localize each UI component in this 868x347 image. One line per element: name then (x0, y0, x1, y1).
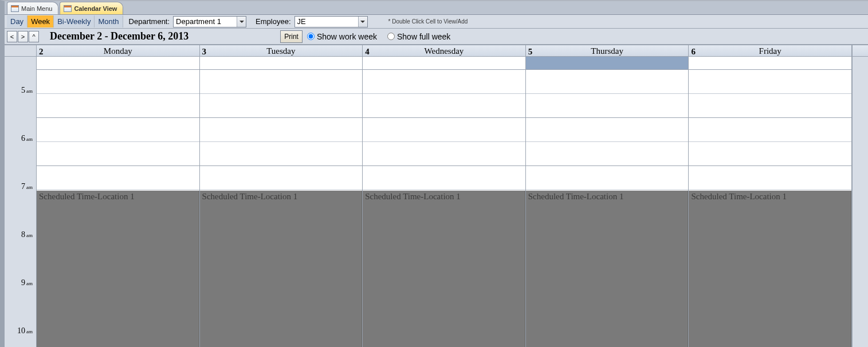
day-header-monday[interactable]: 2Monday (37, 45, 200, 57)
chevron-down-icon[interactable] (237, 17, 246, 27)
print-button[interactable]: Print (280, 30, 303, 43)
time-slot[interactable] (363, 142, 525, 166)
calendar-event[interactable]: Scheduled Time-Location 1 (363, 191, 525, 347)
tab-main-menu[interactable]: Main Menu (7, 2, 58, 14)
radio-full-week[interactable]: Show full week (387, 32, 450, 41)
tab-calendar-view[interactable]: Calendar View (60, 2, 123, 14)
nav-row: < > ^ December 2 - December 6, 2013 Prin… (5, 29, 868, 45)
time-slot[interactable] (200, 118, 363, 142)
time-slot[interactable] (526, 118, 689, 142)
time-slot[interactable] (363, 70, 525, 94)
employee-input[interactable] (295, 17, 358, 27)
day-column-friday: Scheduled Time-Location 1 (689, 57, 852, 347)
time-slot[interactable] (363, 166, 525, 190)
time-slot[interactable] (689, 142, 851, 166)
hour-label: 6am (21, 134, 33, 143)
calendar-event[interactable]: Scheduled Time-Location 1 (200, 191, 363, 347)
time-slot[interactable] (689, 118, 851, 142)
time-slot[interactable] (689, 94, 851, 118)
day-column-wednesday: Scheduled Time-Location 1 (363, 57, 526, 347)
allday-cell[interactable] (37, 57, 199, 70)
radio-work-week-input[interactable] (307, 33, 315, 40)
time-slot[interactable] (200, 70, 363, 94)
time-slot[interactable] (526, 70, 689, 94)
hour-label: 5am (21, 86, 33, 95)
time-slot[interactable] (526, 94, 689, 118)
tab-label: Calendar View (74, 5, 117, 12)
day-column-monday: Scheduled Time-Location 1 (37, 57, 200, 347)
next-button[interactable]: > (18, 31, 28, 42)
day-column-thursday: Scheduled Time-Location 1 (526, 57, 689, 347)
time-slot[interactable] (200, 166, 363, 190)
time-slot[interactable] (37, 94, 199, 118)
time-slot[interactable] (200, 94, 363, 118)
calendar-body: Scheduled Time-Location 1 Scheduled Time… (37, 57, 852, 347)
allday-cell[interactable] (363, 57, 525, 70)
view-month-button[interactable]: Month (95, 15, 123, 27)
allday-cell[interactable] (689, 57, 851, 70)
time-gutter: 5am 6am 7am 8am 9am 10am (5, 45, 37, 347)
time-slot[interactable] (363, 118, 525, 142)
department-label: Department: (123, 15, 174, 27)
day-header-tuesday[interactable]: 3Tuesday (200, 45, 363, 57)
calendar-event[interactable]: Scheduled Time-Location 1 (526, 191, 689, 347)
calendar-grid: 2Monday 3Tuesday 4Wednesday 5Thursday 6F… (37, 45, 852, 347)
view-toolbar: Day Week Bi-Weekly Month Department: Emp… (5, 15, 868, 29)
time-slot[interactable] (37, 142, 199, 166)
day-header-row: 2Monday 3Tuesday 4Wednesday 5Thursday 6F… (37, 45, 852, 57)
chevron-down-icon[interactable] (358, 17, 367, 27)
radio-work-week[interactable]: Show work week (307, 32, 377, 41)
day-header-wednesday[interactable]: 4Wednesday (363, 45, 526, 57)
time-slot[interactable] (689, 70, 851, 94)
tab-label: Main Menu (21, 5, 52, 12)
time-slot[interactable] (200, 142, 363, 166)
hour-label: 8am (21, 230, 33, 239)
date-range: December 2 - December 6, 2013 (50, 30, 188, 42)
radio-full-week-input[interactable] (387, 33, 395, 40)
time-slot[interactable] (37, 118, 199, 142)
time-slot[interactable] (689, 166, 851, 190)
tab-strip: Main Menu Calendar View (5, 1, 868, 15)
view-day-button[interactable]: Day (7, 15, 28, 27)
right-margin (852, 45, 868, 347)
calendar-event[interactable]: Scheduled Time-Location 1 (37, 191, 199, 347)
radio-label: Show work week (317, 32, 377, 41)
day-column-tuesday: Scheduled Time-Location 1 (200, 57, 363, 347)
radio-label: Show full week (397, 32, 450, 41)
employee-label: Employee: (250, 15, 294, 27)
form-icon (11, 5, 19, 12)
department-combo[interactable] (173, 16, 246, 27)
view-biweekly-button[interactable]: Bi-Weekly (54, 15, 95, 27)
calendar-event[interactable]: Scheduled Time-Location 1 (689, 191, 851, 347)
calendar-area: 5am 6am 7am 8am 9am 10am 2Monday 3Tuesda… (5, 45, 868, 347)
time-slot[interactable] (37, 70, 199, 94)
department-input[interactable] (174, 17, 237, 27)
day-header-thursday[interactable]: 5Thursday (526, 45, 689, 57)
time-slot[interactable] (363, 94, 525, 118)
employee-combo[interactable] (294, 16, 368, 27)
time-slot[interactable] (37, 166, 199, 190)
hour-label: 7am (21, 182, 33, 191)
up-button[interactable]: ^ (29, 31, 39, 42)
allday-cell[interactable] (200, 57, 363, 70)
hint-text: * Double Click Cell to View/Add (388, 18, 468, 25)
view-week-button[interactable]: Week (28, 15, 54, 27)
form-icon (64, 5, 72, 12)
day-header-friday[interactable]: 6Friday (689, 45, 852, 57)
hour-label: 9am (21, 278, 33, 287)
week-mode-group: Show work week Show full week (307, 32, 450, 41)
time-slot[interactable] (526, 142, 689, 166)
time-slot[interactable] (526, 166, 689, 190)
allday-cell[interactable] (526, 57, 689, 70)
prev-button[interactable]: < (7, 31, 17, 42)
hour-label: 10am (17, 326, 33, 336)
